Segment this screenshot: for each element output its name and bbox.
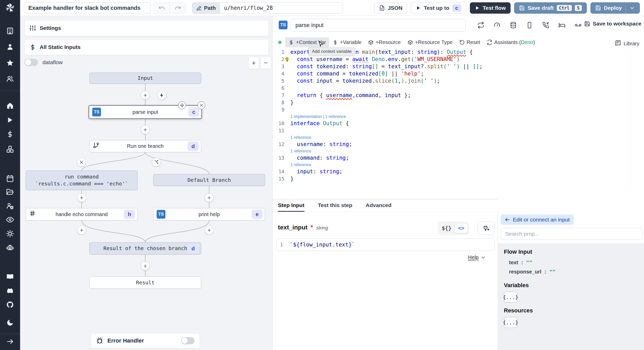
users-icon[interactable]	[6, 75, 14, 83]
zoom-in-button[interactable]: +	[248, 57, 259, 69]
add-resource-button[interactable]: +Resource	[365, 37, 404, 47]
node-print-help[interactable]: TS print help e	[153, 208, 265, 220]
dollar-icon[interactable]	[6, 130, 14, 138]
search-prop-input[interactable]	[501, 228, 642, 240]
code-line[interactable]: 9	[273, 106, 644, 113]
variables-object-chip[interactable]: {...}	[504, 292, 517, 303]
database-icon[interactable]	[510, 22, 517, 29]
codelens-reference[interactable]: 1 reference	[273, 134, 644, 141]
code-line[interactable]: 5 const input = tokenized.slice(1,).join…	[273, 77, 644, 84]
library-button[interactable]: Library	[614, 38, 640, 49]
code-line[interactable]: 14 input: string;	[273, 168, 644, 175]
code-line[interactable]: 10interface Output {	[273, 120, 644, 127]
star-icon[interactable]	[6, 59, 14, 67]
code-line[interactable]: 2 const username = await Deno.env.get('W…	[273, 56, 644, 63]
resources-object-chip[interactable]: {...}	[504, 317, 517, 328]
add-step-button[interactable]	[78, 194, 86, 202]
add-variable-button[interactable]: +Variable	[329, 37, 365, 47]
building-icon[interactable]	[6, 27, 14, 35]
robot-icon[interactable]	[6, 243, 14, 252]
add-step-button[interactable]	[141, 262, 149, 270]
save-to-workspace-button[interactable]: Save to workspace	[584, 21, 641, 27]
expression-editor[interactable]: 1 `${flow_input.text}`	[276, 238, 495, 251]
node-run-one-branch[interactable]: Run one branch d	[89, 140, 201, 152]
test-flow-button[interactable]: Test flow	[470, 2, 511, 14]
add-step-button[interactable]	[205, 226, 213, 234]
chevron-down-icon[interactable]	[629, 5, 635, 11]
calendar-icon[interactable]	[6, 174, 14, 183]
edit-or-connect-input-button[interactable]: Edit or connect an input	[501, 215, 574, 225]
json-button[interactable]: JSON	[374, 2, 407, 14]
add-step-button[interactable]	[205, 194, 213, 202]
input-mode-toggle[interactable]: ${} <>	[438, 221, 469, 235]
gauge-icon[interactable]	[494, 22, 501, 29]
node-run-command-branch[interactable]: run command `results.c.command === 'echo…	[26, 170, 138, 190]
node-default-branch[interactable]: Default Branch	[153, 174, 265, 186]
arrow-right-icon[interactable]	[6, 337, 14, 346]
dataflow-toggle[interactable]	[24, 59, 38, 66]
code-line[interactable]: 4 const command = tokenized[0] || 'help'…	[273, 70, 644, 77]
voicemail-icon[interactable]	[575, 22, 582, 29]
trigger-zap-button[interactable]	[157, 91, 166, 100]
phone-incoming-icon[interactable]	[542, 22, 549, 29]
prop-row-text[interactable]: text:""	[504, 258, 638, 267]
save-draft-button[interactable]: Save draft Ctrl S	[514, 2, 587, 14]
deploy-button[interactable]: Deploy	[590, 2, 640, 14]
code-line[interactable]: 6	[273, 84, 644, 92]
path-input[interactable]	[220, 3, 343, 13]
test-up-to-button[interactable]: Test up to c	[411, 2, 466, 14]
moon-icon[interactable]	[6, 319, 14, 327]
assistants-button[interactable]: Assistants (Deno)	[484, 37, 538, 47]
node-parse-input[interactable]: TS parse input c	[89, 105, 202, 119]
node-input[interactable]: Input	[89, 73, 201, 84]
code-line[interactable]: 7 return { username,command, input };	[273, 92, 644, 99]
node-handle-echo-command[interactable]: handle echo command h	[26, 208, 138, 220]
codelens-reference[interactable]: 1 implementation | 1 reference	[273, 113, 644, 120]
flow-title-input[interactable]	[24, 2, 151, 14]
node-result[interactable]: Result	[89, 276, 201, 289]
step-name-input[interactable]	[291, 19, 466, 32]
connect-input-button[interactable]	[478, 221, 495, 235]
book-icon[interactable]	[6, 273, 14, 281]
users-gear-icon[interactable]	[6, 202, 14, 210]
codelens-reference[interactable]: 1 reference	[273, 148, 644, 154]
node-result-of-chosen-branch[interactable]: Result of the chosen branch d	[89, 242, 201, 254]
remove-branch-button[interactable]	[77, 158, 86, 166]
tab-step-input[interactable]: Step Input	[278, 199, 304, 212]
add-branch-button[interactable]	[152, 158, 160, 166]
zoom-out-button[interactable]: −	[260, 57, 271, 69]
template-mode-option[interactable]: ${}	[439, 224, 455, 233]
code-mode-option[interactable]: <>	[455, 223, 468, 233]
add-step-button[interactable]	[78, 226, 86, 234]
tab-test-this-step[interactable]: Test this step	[318, 199, 352, 212]
move-step-button[interactable]	[178, 101, 186, 109]
prop-row-response_url[interactable]: response_url:""	[504, 267, 638, 276]
cubes-icon[interactable]	[6, 145, 14, 153]
help-link[interactable]: Help	[468, 254, 486, 260]
github-icon[interactable]	[6, 301, 14, 309]
code-line[interactable]: 13 command: string;	[273, 154, 644, 161]
add-step-button[interactable]	[141, 126, 149, 134]
codelens-reference[interactable]: 1 reference	[273, 161, 644, 168]
code-line[interactable]: 15}	[273, 175, 644, 182]
reset-button[interactable]: Reset	[456, 37, 484, 47]
gear-icon[interactable]	[6, 229, 14, 238]
home-icon[interactable]	[6, 101, 14, 110]
play-icon[interactable]	[6, 116, 14, 124]
code-line[interactable]: 11	[273, 127, 644, 134]
settings-row[interactable]: Settings	[24, 20, 269, 36]
redo-button[interactable]	[170, 2, 186, 14]
code-line[interactable]: 3 const tokenized: string[] = text_input…	[273, 63, 644, 70]
bed-icon[interactable]	[558, 22, 565, 29]
folder-icon[interactable]	[6, 188, 14, 196]
lightbulb-icon[interactable]	[285, 57, 289, 61]
windmill-logo-icon[interactable]	[4, 2, 16, 13]
discord-icon[interactable]	[6, 287, 14, 295]
path-label[interactable]: Path	[192, 3, 220, 13]
code-line[interactable]: 8}	[273, 99, 644, 106]
undo-button[interactable]	[154, 2, 170, 14]
add-step-button[interactable]	[141, 91, 149, 99]
all-static-inputs-row[interactable]: All Static Inputs	[24, 39, 269, 55]
code-editor[interactable]: 1export async function main(text_input: …	[273, 48, 644, 199]
smartphone-icon[interactable]	[526, 22, 533, 29]
